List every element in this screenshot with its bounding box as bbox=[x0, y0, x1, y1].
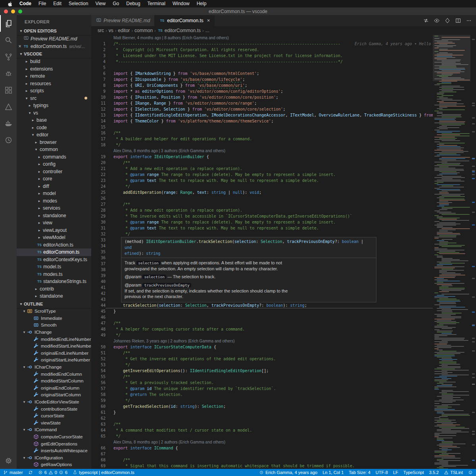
tab-editorcommon-ts[interactable]: TSeditorCommon.ts× bbox=[155, 15, 215, 26]
tree-item-standalone[interactable]: ▸standalone bbox=[17, 292, 91, 300]
close-tab-icon[interactable]: × bbox=[207, 18, 210, 23]
code-line[interactable]: 23 * @param text The text to replace wit… bbox=[91, 178, 433, 184]
breadcrumb-item[interactable]: common bbox=[134, 28, 153, 33]
tree-item-remote[interactable]: ▸remote bbox=[17, 73, 91, 80]
code-line[interactable]: 28 * Add a new edit operation (a replace… bbox=[91, 207, 433, 213]
code-line[interactable]: 26 bbox=[91, 195, 433, 201]
activity-search[interactable] bbox=[0, 32, 17, 48]
code-line[interactable]: 21 * Add a new edit operation (a replace… bbox=[91, 166, 433, 172]
tslint-item[interactable]: TSLint bbox=[444, 470, 463, 475]
tree-item-resources[interactable]: ▸resources bbox=[17, 80, 91, 88]
outline-item-originalStartColumn[interactable]: originalStartColumn bbox=[17, 392, 91, 399]
code-line[interactable]: 55 /** bbox=[91, 374, 433, 380]
gitlens-icon[interactable] bbox=[444, 17, 451, 24]
code-line[interactable]: 47/** bbox=[91, 320, 433, 326]
menu-go[interactable]: Go bbox=[109, 0, 123, 8]
open-editor-item[interactable]: Preview README.md bbox=[17, 35, 91, 42]
menu-edit[interactable]: Edit bbox=[50, 0, 65, 8]
code-line[interactable]: 53 */ bbox=[91, 362, 433, 368]
tree-item-viewLayout[interactable]: ▸viewLayout bbox=[17, 227, 91, 234]
minimap[interactable] bbox=[433, 35, 470, 469]
breadcrumb-item[interactable]: src bbox=[98, 28, 104, 33]
apple-menu-icon[interactable] bbox=[8, 1, 13, 6]
split-editor-icon[interactable] bbox=[455, 17, 461, 24]
tree-item-base[interactable]: ▸base bbox=[17, 117, 91, 124]
code-line[interactable]: 20 /** bbox=[91, 160, 433, 166]
open-editors-header[interactable]: ▾ OPEN EDITORS bbox=[17, 27, 91, 35]
code-line[interactable]: 3 * Licensed under the MIT License. See … bbox=[91, 53, 433, 59]
breadcrumb-item[interactable]: editor bbox=[118, 28, 130, 33]
code-area[interactable]: Matt Bierner, 4 months ago | 8 authors (… bbox=[91, 35, 433, 469]
code-line[interactable]: 31 * @param text The text to replace wit… bbox=[91, 225, 433, 231]
code-line[interactable]: 2 * Copyright (c) Microsoft Corporation.… bbox=[91, 47, 433, 53]
code-line[interactable]: 52 * Get the inverse edit operations of … bbox=[91, 356, 433, 362]
tree-item-modes.ts[interactable]: TSmodes.ts bbox=[17, 271, 91, 278]
code-line[interactable]: 19export interface IEditOperationBuilder… bbox=[91, 154, 433, 160]
outline-item-IChange[interactable]: ▾IChange bbox=[17, 329, 91, 336]
feedback-smiley[interactable] bbox=[468, 470, 473, 475]
outline-item-insertsAutoWhitespace[interactable]: insertsAutoWhitespace bbox=[17, 447, 91, 454]
sync-button[interactable] bbox=[28, 470, 33, 475]
blame-annotation[interactable]: Alex Dima, 8 months ago | 3 authors (Eri… bbox=[91, 148, 433, 154]
code-line[interactable]: 57 * @param id The unique identifier ret… bbox=[91, 386, 433, 392]
outline-item-computeCursorState[interactable]: computeCursorState bbox=[17, 433, 91, 440]
tree-item-common[interactable]: ▾common bbox=[17, 146, 91, 153]
menu-selection[interactable]: Selection bbox=[65, 0, 92, 8]
outline-item-ICharChange[interactable]: ▾ICharChange bbox=[17, 363, 91, 371]
code-line[interactable]: 24 */ bbox=[91, 184, 433, 189]
code-line[interactable]: 18 */ bbox=[91, 142, 433, 148]
code-line[interactable]: 56 * Get a previously tracked selection. bbox=[91, 380, 433, 386]
ts-version[interactable]: 3.5.2 bbox=[429, 470, 439, 475]
code-line[interactable]: 58 * @return The selection. bbox=[91, 392, 433, 398]
outline-item-ScrollType[interactable]: ▾ScrollType bbox=[17, 308, 91, 315]
tree-item-typings[interactable]: ▸typings bbox=[17, 102, 91, 109]
breadcrumb-item[interactable]: vs bbox=[109, 28, 113, 33]
tree-item-editorCommon.ts[interactable]: TSeditorCommon.ts bbox=[17, 249, 91, 256]
activity-azure[interactable] bbox=[0, 98, 17, 115]
code-line[interactable]: 61} bbox=[91, 409, 433, 415]
overview-ruler-scrollbar[interactable] bbox=[470, 35, 476, 469]
outline-item-ICodeEditorViewState[interactable]: ▾ICodeEditorViewState bbox=[17, 398, 91, 405]
menu-file[interactable]: File bbox=[35, 0, 50, 8]
code-line[interactable]: 69 * Signal that this command is inserti… bbox=[91, 463, 433, 469]
code-line[interactable]: 68 /** bbox=[91, 457, 433, 463]
breadcrumb-item[interactable]: TSeditorCommon.ts bbox=[157, 28, 201, 33]
close-editor-icon[interactable]: × bbox=[17, 44, 23, 49]
eol[interactable]: LF bbox=[393, 470, 398, 475]
zoom-window-button[interactable] bbox=[18, 10, 22, 13]
activity-debug[interactable] bbox=[0, 65, 17, 82]
outline-item-Smooth[interactable]: Smooth bbox=[17, 322, 91, 329]
tree-item-standalone[interactable]: ▸standalone bbox=[17, 212, 91, 220]
tree-item-model[interactable]: ▸model bbox=[17, 190, 91, 197]
code-line[interactable]: 16/** bbox=[91, 130, 433, 136]
minimap-slider[interactable] bbox=[433, 35, 470, 81]
code-line[interactable]: 54 getInverseEditOperations(): IIdentifi… bbox=[91, 368, 433, 374]
workspace-header[interactable]: ▾ VSCODE bbox=[17, 50, 91, 58]
code-line[interactable]: 14import { ThemeColor } from 'vs/platfor… bbox=[91, 118, 433, 124]
outline-header[interactable]: ▾ OUTLINE bbox=[17, 300, 91, 308]
language-mode[interactable]: TypeScript bbox=[403, 470, 424, 475]
tree-item-commands[interactable]: ▸commands bbox=[17, 153, 91, 161]
tree-item-browser[interactable]: ▸browser bbox=[17, 139, 91, 146]
blame-annotation[interactable]: Alex Dima, 8 months ago | 2 authors (Eri… bbox=[91, 439, 433, 445]
code-line[interactable]: 60 getTrackedSelection(id: string): Sele… bbox=[91, 403, 433, 409]
tree-item-viewModel[interactable]: ▸viewModel bbox=[17, 234, 91, 241]
tree-item-scripts[interactable]: ▸scripts bbox=[17, 87, 91, 95]
outline-item-ICommand[interactable]: ▾ICommand bbox=[17, 426, 91, 434]
tree-item-contrib[interactable]: ▸contrib bbox=[17, 285, 91, 293]
menu-window[interactable]: Window bbox=[169, 0, 193, 8]
window-titlebar[interactable]: editorCommon.ts — vscode bbox=[0, 8, 476, 15]
tree-item-core[interactable]: ▸core bbox=[17, 175, 91, 183]
outline-item-modifiedEndLineNumber[interactable]: modifiedEndLineNumber bbox=[17, 336, 91, 343]
tree-item-editorAction.ts[interactable]: TSeditorAction.ts bbox=[17, 241, 91, 249]
blame-annotation[interactable]: Matt Bierner, 4 months ago | 8 authors (… bbox=[91, 35, 433, 41]
tree-item-view[interactable]: ▸view bbox=[17, 219, 91, 227]
tree-item-editor[interactable]: ▾editor bbox=[17, 131, 91, 139]
outline-item-IConfiguration[interactable]: ▾IConfiguration bbox=[17, 454, 91, 461]
code-line[interactable]: 67 bbox=[91, 451, 433, 457]
tree-item-diff[interactable]: ▸diff bbox=[17, 183, 91, 190]
activity-explorer[interactable] bbox=[0, 15, 17, 32]
code-line[interactable]: 50export interface ICursorStateComputerD… bbox=[91, 344, 433, 350]
close-window-button[interactable] bbox=[4, 10, 8, 13]
tree-item-standaloneStrings.ts[interactable]: TSstandaloneStrings.ts bbox=[17, 278, 91, 285]
